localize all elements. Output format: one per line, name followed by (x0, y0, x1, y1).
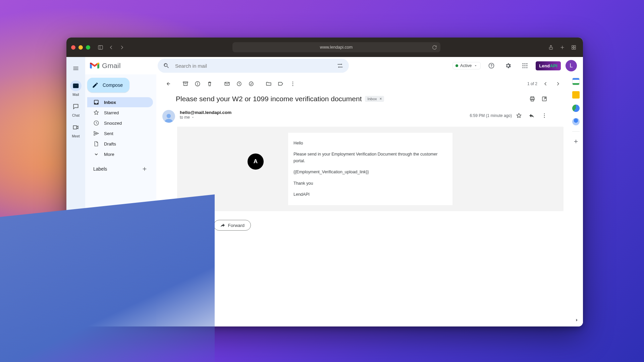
new-tab-icon[interactable] (557, 43, 567, 52)
status-chip[interactable]: Active (452, 62, 481, 69)
search-options-icon[interactable] (334, 60, 346, 72)
nav-chat-label: Chat (72, 113, 79, 117)
forward-label: Forward (228, 223, 245, 228)
older-button[interactable] (540, 78, 551, 89)
settings-icon[interactable] (502, 60, 514, 72)
svg-rect-19 (183, 82, 188, 83)
nav-meet-label: Meet (72, 134, 79, 138)
support-icon[interactable] (485, 60, 497, 72)
close-window-button[interactable] (71, 45, 75, 50)
print-button[interactable] (527, 93, 538, 105)
sidebar-item-starred[interactable]: Starred (87, 108, 153, 118)
main-menu-button[interactable] (69, 62, 83, 75)
svg-rect-8 (574, 48, 576, 49)
url-bar[interactable]: www.lendapi.com (232, 42, 440, 52)
open-new-window-button[interactable] (539, 93, 550, 105)
account-avatar[interactable]: L (566, 60, 577, 71)
gmail-logo[interactable]: Gmail (90, 62, 153, 70)
calendar-addon-icon[interactable] (572, 78, 580, 85)
sidebar: Compose Inbox Starred Snoo (85, 74, 156, 326)
forward-button[interactable]: Forward (214, 220, 251, 231)
get-addons-icon[interactable] (572, 138, 580, 145)
sender-address[interactable]: hello@mail.lendapi.com (180, 110, 231, 115)
sidebar-item-label: Drafts (104, 141, 116, 146)
svg-point-12 (523, 65, 524, 66)
svg-point-14 (526, 65, 527, 66)
url-text: www.lendapi.com (320, 45, 353, 50)
sidebar-item-label: Snoozed (104, 121, 122, 126)
delete-button[interactable] (204, 78, 215, 89)
body-line-2: Please send in your Employment Verificat… (293, 151, 447, 164)
workspace-brand-badge[interactable]: LendAPI (536, 61, 561, 70)
star-message-button[interactable] (513, 110, 525, 121)
gmail-logo-icon (90, 62, 99, 69)
file-icon (93, 141, 99, 147)
pencil-icon (92, 82, 99, 88)
sidebar-item-more[interactable]: More (87, 149, 153, 159)
reply-button[interactable]: Reply (177, 220, 210, 231)
snooze-button[interactable] (233, 78, 245, 89)
tab-overview-icon[interactable] (569, 43, 578, 52)
svg-rect-6 (574, 45, 576, 47)
more-button[interactable] (287, 78, 299, 89)
sender-avatar[interactable] (162, 110, 175, 123)
message-more-button[interactable] (539, 110, 550, 121)
minimize-window-button[interactable] (78, 45, 83, 50)
sidebar-item-inbox[interactable]: Inbox (87, 97, 153, 107)
clock-icon (93, 120, 99, 126)
body-line-3: {{Employment_Verification_upload_link}} (293, 169, 447, 175)
search-input[interactable] (174, 63, 332, 69)
svg-point-27 (292, 83, 293, 84)
create-label-button[interactable] (140, 165, 149, 173)
side-panel-toggle[interactable] (572, 316, 581, 324)
nav-mail[interactable]: Mail (70, 80, 82, 97)
reply-icon-button[interactable] (526, 110, 537, 121)
nav-back-button[interactable] (106, 43, 116, 52)
move-to-button[interactable] (263, 78, 274, 89)
back-button[interactable] (162, 78, 174, 89)
report-spam-button[interactable] (192, 78, 203, 89)
body-line-1: Hello (293, 140, 447, 146)
nav-forward-button[interactable] (117, 43, 126, 52)
add-to-tasks-button[interactable] (246, 78, 257, 89)
search-icon[interactable] (160, 60, 172, 72)
message-counter: 1 of 2 (527, 81, 537, 86)
reply-icon (183, 223, 189, 228)
tasks-addon-icon[interactable] (572, 105, 580, 112)
sidebar-item-label: More (104, 152, 114, 157)
browser-chrome: www.lendapi.com (66, 38, 583, 57)
label-chip-inbox[interactable]: Inbox × (365, 96, 384, 102)
star-icon (93, 110, 99, 116)
archive-button[interactable] (180, 78, 191, 89)
svg-point-11 (526, 63, 527, 64)
sidebar-item-sent[interactable]: Sent (87, 128, 153, 138)
apps-icon[interactable] (519, 60, 531, 72)
share-icon[interactable] (546, 43, 555, 52)
nav-chat[interactable]: Chat (70, 101, 82, 117)
chip-label: Inbox (367, 97, 377, 101)
chevron-down-icon (93, 151, 99, 157)
sender-row: hello@mail.lendapi.com to me 6:59 PM (1 … (162, 105, 564, 123)
sidebar-item-snoozed[interactable]: Snoozed (87, 118, 153, 128)
recipient-summary[interactable]: to me (180, 115, 231, 120)
newer-button[interactable] (552, 78, 564, 89)
contacts-addon-icon[interactable] (572, 118, 580, 125)
chip-remove-icon[interactable]: × (378, 97, 383, 101)
mark-unread-button[interactable] (221, 78, 233, 89)
zoom-window-button[interactable] (86, 45, 90, 50)
gmail-logo-text: Gmail (102, 62, 121, 70)
sidebar-toggle-icon[interactable] (96, 43, 105, 52)
chevron-down-icon (474, 64, 478, 68)
reload-icon[interactable] (432, 44, 438, 50)
sidebar-item-label: Sent (104, 131, 113, 136)
compose-button[interactable]: Compose (87, 78, 129, 93)
svg-point-35 (544, 115, 545, 116)
search-bar[interactable] (158, 59, 349, 73)
sidebar-item-drafts[interactable]: Drafts (87, 139, 153, 149)
svg-point-13 (524, 65, 525, 66)
nav-meet[interactable]: Meet (70, 122, 82, 138)
keep-addon-icon[interactable] (572, 91, 580, 99)
labels-button[interactable] (275, 78, 286, 89)
browser-window: www.lendapi.com Mail (66, 38, 583, 326)
svg-point-17 (526, 67, 527, 68)
